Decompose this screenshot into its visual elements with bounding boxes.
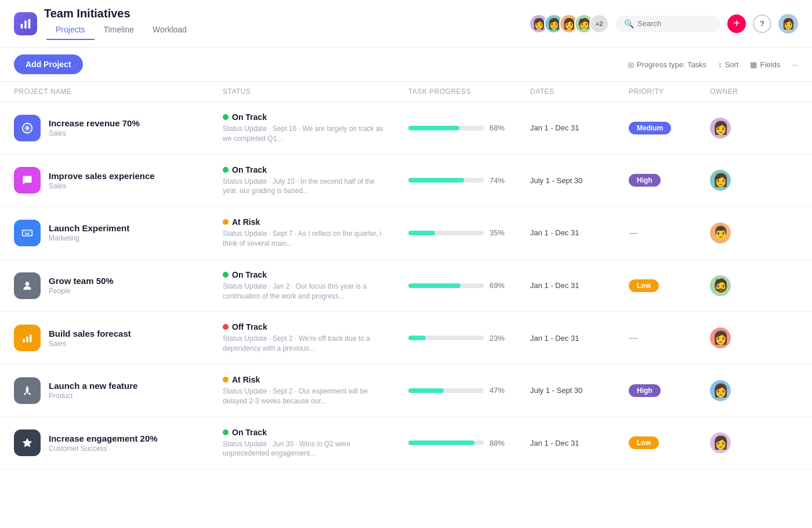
status-update: Status Update · Sept 2 · Our experiment … <box>223 387 385 406</box>
table-row[interactable]: Grow team 50% People On Track Status Upd… <box>0 260 812 312</box>
progress-cell: 68% <box>408 123 530 132</box>
search-input[interactable] <box>637 19 712 28</box>
col-owner: Owner <box>710 88 756 96</box>
project-info: Build sales forecast Sales <box>14 325 223 351</box>
col-dates: Dates <box>530 88 629 96</box>
progress-percent: 69% <box>490 281 508 290</box>
status-text: On Track <box>232 270 267 279</box>
project-text: Increase revenue 70% Sales <box>49 118 140 137</box>
project-icon <box>14 377 41 404</box>
priority-none: — <box>629 333 638 343</box>
status-label: At Risk <box>223 217 408 227</box>
app-logo <box>14 12 37 35</box>
dates-cell: Jan 1 - Dec 31 <box>530 228 629 237</box>
priority-cell: — <box>629 333 710 343</box>
table-row[interactable]: Increase engagement 20% Customer Success… <box>0 417 812 470</box>
svg-rect-2 <box>28 19 31 28</box>
search-bar[interactable]: 🔍 <box>616 16 720 32</box>
priority-badge: High <box>629 384 661 397</box>
table-row[interactable]: Launch Experiment Marketing At Risk Stat… <box>0 207 812 260</box>
table-row[interactable]: Improve sales experience Sales On Track … <box>0 155 812 207</box>
project-name: Increase revenue 70% <box>49 118 140 128</box>
progress-bar-bg <box>408 178 484 183</box>
progress-type-button[interactable]: ◎ Progress type: Tasks <box>628 60 706 69</box>
project-text: Grow team 50% People <box>49 276 114 295</box>
search-icon: 🔍 <box>624 19 634 28</box>
project-team: Sales <box>49 340 131 348</box>
status-label: On Track <box>223 270 408 279</box>
fields-button[interactable]: ▦ Fields <box>750 60 780 69</box>
priority-badge: Low <box>629 279 659 292</box>
progress-bar-fill <box>408 388 444 393</box>
progress-type-icon: ◎ <box>628 60 634 69</box>
table-row[interactable]: Launch a new feature Product At Risk Sta… <box>0 365 812 417</box>
svg-rect-15 <box>30 334 31 342</box>
priority-cell: High <box>629 174 710 187</box>
owner-avatar: 👩 <box>710 380 731 401</box>
project-name: Build sales forecast <box>49 329 131 338</box>
project-text: Launch Experiment Marketing <box>49 223 129 242</box>
sort-button[interactable]: ↕ Sort <box>718 60 738 69</box>
col-priority: Priority <box>629 88 710 96</box>
progress-percent: 35% <box>490 228 508 237</box>
svg-rect-0 <box>21 24 23 28</box>
owner-avatar: 👨 <box>710 223 731 243</box>
status-label: Off Track <box>223 322 408 332</box>
progress-cell: 47% <box>408 386 530 395</box>
priority-cell: — <box>629 228 710 238</box>
status-cell: Off Track Status Update · Sept 2 · We're… <box>223 322 408 354</box>
project-team: Marketing <box>49 234 129 242</box>
project-icon <box>14 429 41 456</box>
project-name: Increase engagement 20% <box>49 434 158 443</box>
app-title-area: Team Initiatives Projects Timeline Workl… <box>44 7 196 40</box>
status-cell: On Track Status Update · July 10 · In th… <box>223 165 408 196</box>
dates-cell: Jan 1 - Dec 31 <box>530 123 629 132</box>
status-dot <box>223 219 229 225</box>
status-dot <box>223 377 229 383</box>
project-name: Grow team 50% <box>49 276 114 286</box>
status-update: Status Update · Sept 7 · As I reflect on… <box>223 229 385 249</box>
nav-tabs: Projects Timeline Workload <box>46 20 196 40</box>
sort-icon: ↕ <box>718 60 722 69</box>
svg-point-12 <box>26 282 30 286</box>
dates-cell: Jan 1 - Dec 31 <box>530 281 629 290</box>
progress-bar-fill <box>408 178 464 183</box>
add-project-button[interactable]: Add Project <box>14 54 83 74</box>
progress-cell: 88% <box>408 439 530 447</box>
table-row[interactable]: Increase revenue 70% Sales On Track Stat… <box>0 102 812 155</box>
add-button[interactable]: + <box>727 14 746 33</box>
avatar-more[interactable]: +2 <box>589 14 609 34</box>
status-update: Status Update · July 10 · In the second … <box>223 177 385 196</box>
status-label: At Risk <box>223 375 408 384</box>
status-dot <box>223 429 229 435</box>
priority-badge: Low <box>629 436 659 449</box>
project-icon <box>14 220 41 246</box>
help-button[interactable]: ? <box>753 14 771 33</box>
svg-rect-6 <box>23 230 32 236</box>
status-text: On Track <box>232 428 267 437</box>
status-dot <box>223 114 229 120</box>
progress-percent: 74% <box>490 176 508 185</box>
status-dot <box>223 167 229 173</box>
progress-bar-fill <box>408 336 426 340</box>
tab-workload[interactable]: Workload <box>143 20 196 40</box>
priority-cell: Low <box>629 279 710 292</box>
status-dot <box>223 324 229 330</box>
table-row[interactable]: Build sales forecast Sales Off Track Sta… <box>0 312 812 365</box>
status-cell: On Track Status Update · Jan 2 · Our foc… <box>223 270 408 301</box>
svg-point-5 <box>26 127 28 129</box>
owner-avatar: 🧔 <box>710 275 731 296</box>
more-options-button[interactable]: ··· <box>792 60 798 69</box>
progress-bar-bg <box>408 440 484 445</box>
project-icon <box>14 115 41 141</box>
tab-projects[interactable]: Projects <box>46 20 95 40</box>
status-dot <box>223 272 229 278</box>
project-text: Launch a new feature Product <box>49 381 137 400</box>
user-avatar[interactable]: 👩 <box>778 14 798 34</box>
col-status: Status <box>223 88 408 96</box>
project-team: Customer Success <box>49 445 158 453</box>
tab-timeline[interactable]: Timeline <box>95 20 143 40</box>
more-icon: ··· <box>792 60 798 69</box>
status-cell: At Risk Status Update · Sept 7 · As I re… <box>223 217 408 249</box>
priority-cell: Medium <box>629 122 710 134</box>
